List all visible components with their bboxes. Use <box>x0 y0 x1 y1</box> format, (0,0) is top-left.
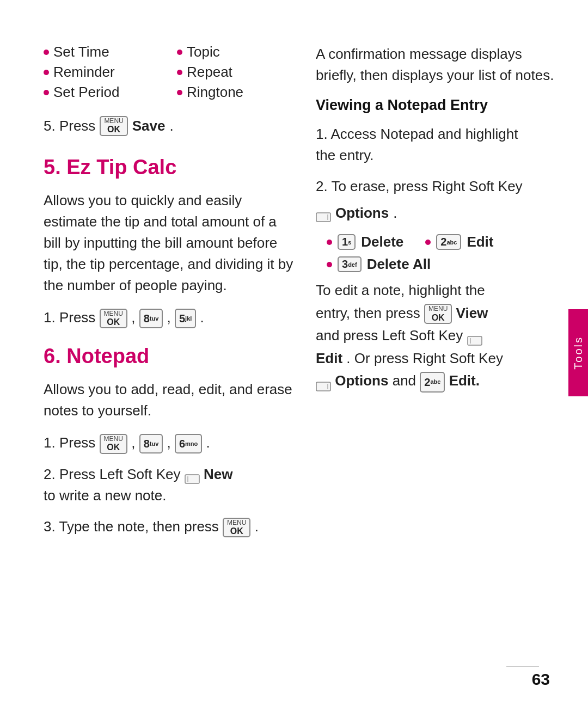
view-step-2-options-line: Options. <box>316 203 397 224</box>
notepad-step-3-content: 3. Type the note, then press MENU OK . <box>44 516 294 538</box>
ok-key-edit: MENU OK <box>424 304 452 324</box>
page-container: Set Time Topic Reminder Repeat Set Perio… <box>0 0 588 705</box>
ez-tip-calc-heading: 5. Ez Tip Calc <box>44 156 294 179</box>
key-2abc: 2abc <box>436 234 461 250</box>
svg-rect-2 <box>316 213 330 222</box>
sidebar-tab-label: Tools <box>572 336 585 370</box>
bullet-dot <box>44 90 49 95</box>
bullet-list: Set Time Topic Reminder Repeat Set Perio… <box>44 44 294 101</box>
edit-item: 2abc Edit <box>425 234 493 250</box>
bullet-dot <box>44 50 49 55</box>
right-soft-key-icon-2 <box>316 377 331 388</box>
sidebar-tab: Tools <box>568 309 588 396</box>
notepad-step-1-content: 1. Press MENU OK , 8tuv , 6mno . <box>44 432 294 454</box>
list-item-label: Repeat <box>187 64 232 81</box>
svg-rect-0 <box>185 475 199 483</box>
view-step-2-text: 2. To erase, press Right Soft Key <box>316 176 523 197</box>
left-column: Set Time Topic Reminder Repeat Set Perio… <box>44 44 294 672</box>
key-2abc-edit: 2abc <box>420 372 445 393</box>
svg-rect-6 <box>316 382 330 391</box>
svg-rect-4 <box>468 336 482 345</box>
press-save-prefix: 5. Press <box>44 118 95 134</box>
ez-tip-calc-body: Allows you to quickly and easily estimat… <box>44 190 294 296</box>
notepad-step-2-content: 2. Press Left Soft Key New to write a ne… <box>44 464 294 506</box>
bullet-dot <box>177 70 182 75</box>
key-6mno: 6mno <box>175 434 202 453</box>
list-item-ringtone: Ringtone <box>177 84 294 101</box>
ok-key-notepad-3: MENU OK <box>223 518 250 538</box>
sub-item-delete-all: 3def Delete All <box>327 256 555 273</box>
bullet-dot <box>425 240 431 245</box>
edit-note-text: To edit a note, highlight the entry, the… <box>316 279 555 393</box>
sub-bullet-list: 1s Delete 2abc Edit 3def <box>327 234 555 273</box>
delete-label: Delete <box>361 234 403 250</box>
ez-step-1-content: 1. Press MENU OK , 8tuv , 5jkl . <box>44 307 294 329</box>
list-item-label: Reminder <box>53 64 115 81</box>
ez-step-1: 1. Press MENU OK , 8tuv , 5jkl . <box>44 307 294 329</box>
bullet-dot <box>177 50 182 55</box>
bullet-dot <box>327 240 332 245</box>
viewing-heading: Viewing a Notepad Entry <box>316 97 555 114</box>
page-divider <box>506 666 539 667</box>
bullet-dot <box>327 262 332 267</box>
list-item-label: Set Time <box>53 44 109 60</box>
delete-all-label: Delete All <box>367 256 431 273</box>
confirmation-text: A confirmation message displays briefly,… <box>316 44 555 86</box>
list-item-label: Topic <box>187 44 220 60</box>
list-item-label: Set Period <box>53 84 119 101</box>
key-5jkl: 5jkl <box>175 309 196 328</box>
key-3def: 3def <box>338 256 362 272</box>
notepad-body: Allows you to add, read, edit, and erase… <box>44 379 294 421</box>
key-1s: 1s <box>338 234 356 250</box>
notepad-step-3: 3. Type the note, then press MENU OK . <box>44 516 294 538</box>
right-column: A confirmation message displays briefly,… <box>316 44 555 672</box>
press-save-line: 5. Press MENU OK Save. <box>44 116 294 136</box>
notepad-step-2: 2. Press Left Soft Key New to write a ne… <box>44 464 294 506</box>
list-item-label: Ringtone <box>187 84 243 101</box>
view-step-2: 2. To erase, press Right Soft Key Option… <box>316 176 555 224</box>
page-number: 63 <box>532 670 550 689</box>
bullet-dot <box>44 70 49 75</box>
delete-item: 1s Delete <box>327 234 403 250</box>
left-soft-key-icon <box>185 470 200 481</box>
notepad-heading: 6. Notepad <box>44 345 294 368</box>
main-content: Set Time Topic Reminder Repeat Set Perio… <box>0 0 588 705</box>
list-item-reminder: Reminder <box>44 64 161 81</box>
left-soft-key-icon-2 <box>467 331 482 342</box>
ok-key-ez: MENU OK <box>100 309 127 329</box>
ez-step1-prefix: 1. Press <box>44 309 95 326</box>
right-soft-key-icon-1 <box>316 208 331 219</box>
view-step-1: 1. Access Notepad and highlight the entr… <box>316 124 555 166</box>
ok-key-save: MENU OK <box>100 116 127 136</box>
bullet-dot <box>177 90 182 95</box>
list-item-repeat: Repeat <box>177 64 294 81</box>
save-label: Save <box>132 118 166 134</box>
ok-key-notepad: MENU OK <box>100 434 127 454</box>
edit-label: Edit <box>467 234 493 250</box>
notepad-step-1: 1. Press MENU OK , 8tuv , 6mno . <box>44 432 294 454</box>
key-8tuv: 8tuv <box>139 309 163 328</box>
list-item-set-time: Set Time <box>44 44 161 60</box>
list-item-set-period: Set Period <box>44 84 161 101</box>
list-item-topic: Topic <box>177 44 294 60</box>
sub-item-delete: 1s Delete 2abc Edit <box>327 234 555 250</box>
options-label-1: Options <box>335 203 389 224</box>
view-step-1-content: 1. Access Notepad and highlight the entr… <box>316 124 555 166</box>
key-8tuv-notepad: 8tuv <box>139 434 163 453</box>
